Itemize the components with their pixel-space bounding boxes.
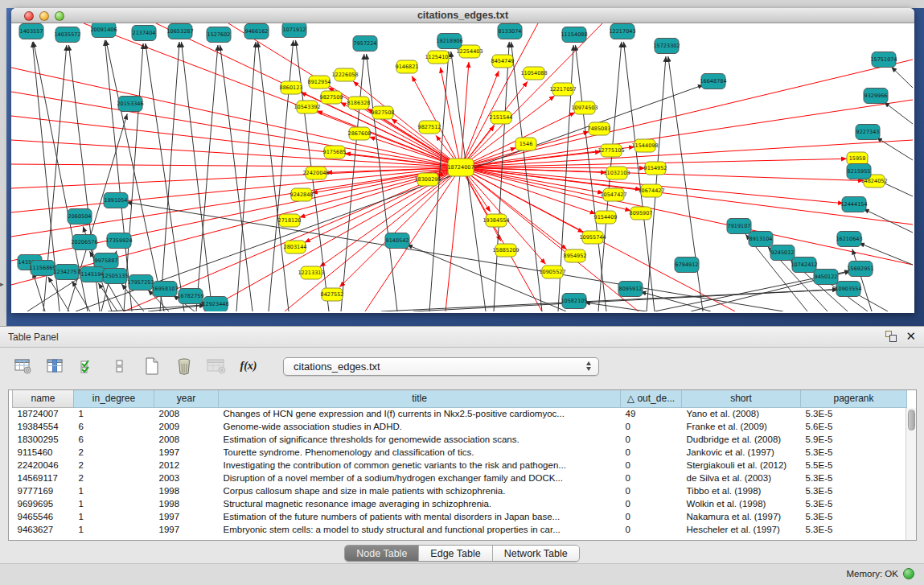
cell-short[interactable]: Franke et al. (2009) <box>682 420 801 433</box>
graph-edge[interactable] <box>160 42 179 311</box>
table-scrollbar[interactable] <box>906 408 916 540</box>
table-row[interactable]: 969969511998Structural magnetic resonanc… <box>13 497 907 510</box>
cell-title[interactable]: Disruption of a novel member of a sodium… <box>219 472 621 484</box>
column-visibility-icon[interactable] <box>45 356 66 376</box>
table-row[interactable]: 977716911998Corpus callosum shape and si… <box>13 484 907 497</box>
graph-edge[interactable] <box>181 42 212 311</box>
cell-pagerank[interactable]: 5.9E-5 <box>801 433 907 446</box>
cell-out_degree[interactable]: 0 <box>621 472 682 484</box>
cell-name[interactable]: 9463627 <box>13 523 74 536</box>
cell-in_degree[interactable]: 6 <box>74 420 154 433</box>
graph-edge[interactable] <box>668 56 703 311</box>
cell-pagerank[interactable]: 5.3E-5 <box>801 407 907 420</box>
table-row[interactable]: 2242004622012Investigating the contribut… <box>13 459 907 472</box>
table-row[interactable]: 911546021997Tourette syndrome. Phenomeno… <box>13 446 907 459</box>
tab-edge-table[interactable]: Edge Table <box>419 546 492 561</box>
cell-out_degree[interactable]: 0 <box>621 497 682 510</box>
graph-edge[interactable] <box>451 51 486 311</box>
cell-pagerank[interactable]: 5.6E-5 <box>801 420 907 433</box>
graph-edge[interactable] <box>33 272 45 311</box>
graph-edge[interactable] <box>11 140 461 167</box>
column-header-name[interactable]: name <box>13 390 74 407</box>
cell-out_degree[interactable]: 0 <box>621 523 682 536</box>
graph-edge[interactable] <box>446 167 461 311</box>
graph-edge[interactable] <box>585 303 647 311</box>
cell-name[interactable]: 9115460 <box>13 446 74 459</box>
cell-name[interactable]: 18724007 <box>13 407 74 420</box>
column-header-in_degree[interactable]: in_degree <box>74 390 154 407</box>
cell-pagerank[interactable]: 5.5E-5 <box>801 459 907 472</box>
clear-selection-icon[interactable] <box>109 356 130 376</box>
table-row[interactable]: 1456911722003Disruption of a novel membe… <box>13 472 907 484</box>
cell-in_degree[interactable]: 1 <box>74 510 154 523</box>
close-panel-icon[interactable]: ✕ <box>906 330 916 343</box>
graph-edge[interactable] <box>891 67 913 88</box>
graph-edge[interactable] <box>461 167 567 249</box>
graph-edge[interactable] <box>72 281 90 311</box>
graph-edge[interactable] <box>11 164 461 167</box>
cell-out_degree[interactable]: 0 <box>621 484 682 497</box>
new-file-icon[interactable] <box>142 356 162 376</box>
cell-in_degree[interactable]: 2 <box>74 459 154 472</box>
cell-year[interactable]: 1997 <box>154 510 219 523</box>
cell-in_degree[interactable]: 6 <box>74 433 154 446</box>
cell-year[interactable]: 2012 <box>154 459 219 472</box>
column-header-out_degree[interactable]: △ out_de... <box>621 390 682 407</box>
cell-year[interactable]: 1997 <box>154 523 219 536</box>
cell-name[interactable]: 9699695 <box>13 497 74 510</box>
cell-name[interactable]: 22420046 <box>13 459 74 472</box>
cell-name[interactable]: 19384554 <box>13 420 74 433</box>
table-settings-icon[interactable] <box>13 356 34 376</box>
cell-year[interactable]: 1998 <box>154 484 219 497</box>
column-header-title[interactable]: title <box>219 390 621 407</box>
cell-year[interactable]: 1997 <box>154 446 219 459</box>
cell-pagerank[interactable]: 5.3E-5 <box>801 472 907 484</box>
graph-edge[interactable] <box>864 209 913 233</box>
cell-pagerank[interactable]: 5.3E-5 <box>801 497 907 510</box>
cell-out_degree[interactable]: 0 <box>621 420 682 433</box>
column-header-pagerank[interactable]: pagerank <box>801 390 907 407</box>
cell-short[interactable]: Nakamura et al. (1997) <box>682 510 801 523</box>
float-panel-icon[interactable] <box>885 330 897 343</box>
table-row[interactable]: 1830029562008Estimation of significance … <box>13 433 907 446</box>
tab-network-table[interactable]: Network Table <box>493 546 579 561</box>
cell-title[interactable]: Structural magnetic resonance image aver… <box>219 497 621 510</box>
table-row[interactable]: 946554611997Estimation of the future num… <box>13 510 907 523</box>
column-header-short[interactable]: short <box>682 390 801 407</box>
cell-name[interactable]: 9777169 <box>13 484 74 497</box>
cell-title[interactable]: Investigating the contribution of common… <box>219 459 621 472</box>
cell-name[interactable]: 9465546 <box>13 510 74 523</box>
graph-edge[interactable] <box>196 45 218 311</box>
tab-node-table[interactable]: Node Table <box>345 546 419 561</box>
graph-edge[interactable] <box>461 62 469 167</box>
graph-edge[interactable] <box>884 102 913 124</box>
cell-short[interactable]: Tibbo et al. (1998) <box>682 484 801 497</box>
graph-edge[interactable] <box>407 245 566 311</box>
cell-out_degree[interactable]: 0 <box>621 433 682 446</box>
table-scrollbar-thumb[interactable] <box>908 410 915 431</box>
cell-year[interactable]: 1998 <box>154 497 219 510</box>
cell-pagerank[interactable]: 5.3E-5 <box>801 446 907 459</box>
cell-short[interactable]: Wolkin et al. (1998) <box>682 497 801 510</box>
cell-short[interactable]: Hescheler et al. (1997) <box>682 523 801 536</box>
cell-year[interactable]: 2008 <box>154 407 219 420</box>
cell-title[interactable]: Estimation of significance thresholds fo… <box>219 433 621 446</box>
cell-short[interactable]: Jankovic et al. (1997) <box>682 446 801 459</box>
cell-title[interactable]: Estimation of the future numbers of pati… <box>219 510 621 523</box>
graph-edge[interactable] <box>236 42 256 311</box>
cell-in_degree[interactable]: 1 <box>74 523 154 536</box>
cell-short[interactable]: Dudbridge et al. (2008) <box>682 433 801 446</box>
graph-edge[interactable] <box>441 68 461 167</box>
network-canvas[interactable]: 1872400788601238912954122260589827509105… <box>11 23 914 311</box>
graph-edge[interactable] <box>461 100 913 167</box>
graph-edge[interactable] <box>11 68 461 167</box>
cell-name[interactable]: 18300295 <box>13 433 74 446</box>
cell-in_degree[interactable]: 1 <box>74 407 154 420</box>
panel-collapse-arrow[interactable]: ▸ <box>0 280 4 288</box>
cell-pagerank[interactable]: 5.3E-5 <box>801 510 907 523</box>
cell-short[interactable]: Stergiakouli et al. (2012) <box>682 459 801 472</box>
cell-short[interactable]: Yano et al. (2008) <box>682 407 801 420</box>
cell-out_degree[interactable]: 0 <box>621 459 682 472</box>
cell-title[interactable]: Genome-wide association studies in ADHD. <box>219 420 621 433</box>
memory-indicator[interactable]: Memory: OK <box>846 568 914 579</box>
